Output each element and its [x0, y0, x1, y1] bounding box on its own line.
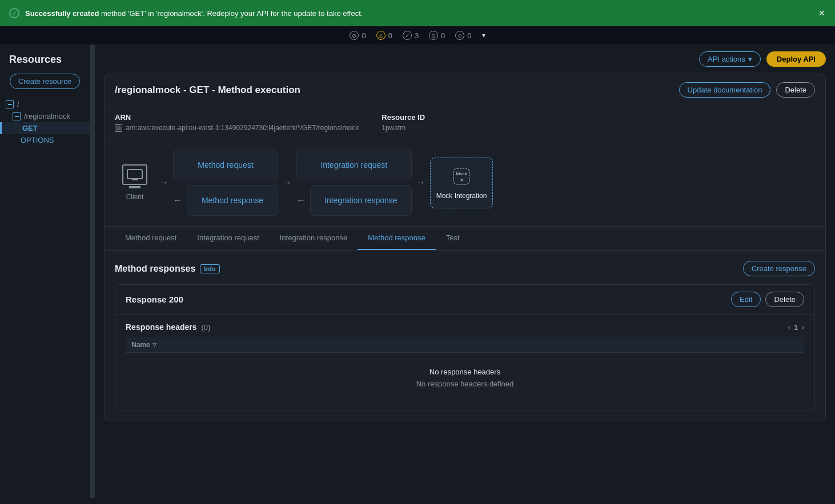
empty-table-title: No response headers [139, 368, 790, 376]
response-headers-title: Response headers (0) ‹ 1 › [126, 322, 804, 332]
mock-label: Mock Integration [436, 192, 487, 200]
api-actions-chevron-icon: ▾ [748, 55, 752, 63]
delete-button[interactable]: Delete [776, 82, 815, 98]
execution-panel: /regionalmock - GET - Method execution U… [104, 74, 826, 421]
arn-block: ARN ⧉ arn:aws:execute-api:eu-west-1:1349… [115, 113, 359, 132]
table-header: Name ▽ [126, 337, 804, 353]
sidebar-item-get[interactable]: GET [0, 122, 90, 134]
execution-title: /regionalmock - GET - Method execution [115, 84, 300, 96]
resource-id-block: Resource ID 1pwatm [382, 113, 425, 132]
client-label: Client [126, 193, 144, 201]
tab-method-response[interactable]: Method response [358, 227, 435, 250]
status-item-5: ☺ 0 [455, 31, 471, 40]
svg-rect-0 [127, 170, 142, 179]
response-card-header: Response 200 Edit Delete [115, 285, 814, 315]
svg-rect-1 [132, 179, 138, 180]
tabs-row: Method request Integration request Integ… [105, 227, 825, 251]
status-icon-warn: ⚠ [376, 31, 386, 40]
delete-response-button[interactable]: Delete [765, 292, 804, 307]
status-item-3: ✓ 3 [403, 31, 419, 40]
deploy-api-button[interactable]: Deploy API [766, 51, 826, 67]
flow-arrow-left-2: ← [296, 195, 306, 205]
tab-test[interactable]: Test [436, 227, 470, 250]
monitor-icon [122, 164, 147, 185]
sidebar-item-options[interactable]: OPTIONS [0, 134, 90, 146]
tab-integration-request[interactable]: Integration request [187, 227, 269, 250]
col-name: Name ▽ [131, 341, 798, 349]
empty-table: No response headers No response headers … [126, 354, 804, 402]
success-banner: ✓ Successfully created method 'GET' in '… [0, 0, 835, 26]
pagination-page: 1 [794, 323, 798, 332]
status-icon-circle-1: ⊘ [350, 31, 359, 40]
status-icon-circle-2: ⊙ [429, 31, 438, 40]
flow-diagram: Client → Method request ← Method respons… [105, 139, 825, 227]
status-icon-check: ✓ [403, 31, 412, 40]
sidebar-title: Resources [0, 54, 90, 74]
flow-card-integration-request[interactable]: Integration request [296, 150, 412, 180]
svg-text:Mock: Mock [456, 171, 467, 176]
flow-arrow-right-2: → [283, 178, 292, 188]
resource-id-label: Resource ID [382, 113, 425, 122]
mock-icon: Mock ◆ [436, 166, 487, 189]
content-panel: API actions ▾ Deploy API /regionalmock -… [95, 45, 835, 498]
status-item-2: ⚠ 0 [376, 31, 392, 40]
create-response-button[interactable]: Create response [743, 261, 815, 276]
create-resource-button[interactable]: Create resource [10, 74, 80, 89]
tab-method-request[interactable]: Method request [115, 227, 187, 250]
edit-response-button[interactable]: Edit [731, 292, 761, 307]
method-responses-section: Method responses Info Create response Re… [105, 251, 825, 421]
flow-arrow-right-1: → [159, 178, 168, 188]
status-chevron-icon[interactable]: ▾ [482, 31, 485, 39]
section-header: Method responses Info Create response [115, 261, 815, 276]
empty-table-desc: No response headers defined [139, 380, 790, 388]
status-bar: ⊘ 0 ⚠ 0 ✓ 3 ⊙ 0 ☺ 0 ▾ [0, 26, 835, 45]
sidebar-item-regionalmock[interactable]: /regionalmock [0, 110, 90, 122]
tree-collapse-icon-root [6, 100, 14, 108]
response-headers-count: (0) [202, 323, 211, 332]
tree-collapse-icon-regionalmock [13, 112, 21, 120]
resource-id-value: 1pwatm [382, 124, 425, 132]
status-item-1: ⊘ 0 [350, 31, 366, 40]
flow-mock-box[interactable]: Mock ◆ Mock Integration [430, 158, 493, 208]
tab-integration-response[interactable]: Integration response [270, 227, 358, 250]
top-actions-bar: API actions ▾ Deploy API [95, 45, 835, 74]
flow-card-integration-response[interactable]: Integration response [310, 185, 412, 216]
sidebar-item-root[interactable]: / [0, 98, 90, 110]
flow-card-method-response[interactable]: Method response [187, 185, 278, 216]
pagination-prev-button[interactable]: ‹ [788, 322, 790, 332]
response-title: Response 200 [126, 295, 183, 304]
arn-row: ARN ⧉ arn:aws:execute-api:eu-west-1:1349… [105, 106, 825, 139]
api-actions-button[interactable]: API actions ▾ [699, 51, 761, 67]
pagination: ‹ 1 › [788, 322, 804, 332]
info-badge[interactable]: Info [200, 264, 219, 273]
update-documentation-button[interactable]: Update documentation [679, 82, 771, 98]
status-item-4: ⊙ 0 [429, 31, 445, 40]
check-icon: ✓ [9, 8, 19, 18]
arn-value: ⧉ arn:aws:execute-api:eu-west-1:13490292… [115, 124, 359, 132]
pagination-next-button[interactable]: › [801, 322, 804, 332]
response-card: Response 200 Edit Delete Response header… [115, 284, 815, 410]
banner-close-button[interactable]: × [815, 6, 828, 21]
sidebar: Resources Create resource / /regionalmoc… [0, 45, 90, 498]
flow-box-integration: Integration request ← Integration respon… [296, 150, 412, 216]
sort-icon[interactable]: ▽ [152, 342, 156, 348]
copy-arn-icon[interactable]: ⧉ [115, 124, 122, 132]
flow-client: Client [115, 164, 155, 201]
flow-box-method: Method request ← Method response [173, 150, 278, 216]
flow-arrow-left-1: ← [173, 195, 182, 205]
execution-header: /regionalmock - GET - Method execution U… [105, 74, 825, 106]
response-actions: Edit Delete [731, 292, 804, 307]
execution-header-actions: Update documentation Delete [679, 82, 815, 98]
arn-label: ARN [115, 113, 359, 122]
section-title: Method responses Info [115, 264, 220, 274]
status-icon-smiley: ☺ [455, 31, 464, 40]
flow-arrow-right-3: → [416, 178, 425, 188]
flow-card-method-request[interactable]: Method request [173, 150, 278, 180]
response-headers-section: Response headers (0) ‹ 1 › Name ▽ [115, 315, 814, 410]
sidebar-resizer[interactable] [90, 45, 95, 498]
banner-message: Successfully created method 'GET' in 're… [25, 9, 826, 18]
svg-text:◆: ◆ [460, 178, 464, 182]
